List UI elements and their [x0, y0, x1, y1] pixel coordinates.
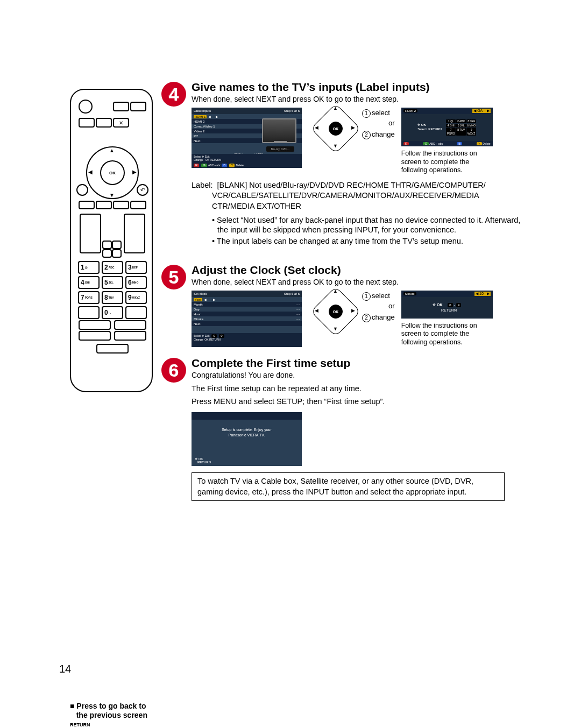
step5-title: Adjust the Clock (Set clock)	[192, 264, 527, 277]
label-input-edit-screen: HDMI 2 ◀ GA ▶ ✥ OK Select RETURN 1 @.2 A…	[401, 108, 493, 146]
remote-illustration: ✕ ▲ ▼ ◀ ▶ OK ↶	[70, 89, 153, 392]
step-number-5: 5	[161, 265, 186, 289]
step6-congrats: Congratulations! You are done.	[192, 371, 527, 379]
step-number-6: 6	[161, 358, 186, 383]
step6-p2: Press MENU and select SETUP; then “First…	[192, 397, 527, 407]
step-5: 5 Adjust the Clock (Set clock) When done…	[161, 264, 527, 347]
step-4: 4 Give names to the TV’s inputs (Label i…	[161, 81, 527, 254]
step4-follow-note: Follow the instructions on screen to com…	[401, 150, 495, 175]
step5-follow-note: Follow the instructions on screen to com…	[401, 322, 495, 347]
return-note: ■ Press to go back to the previous scree…	[70, 702, 161, 728]
remote-keypad: 1@.2ABC3DEF4GHI5JKL6MNO7PQRS8TUV9WXYZ0- …	[78, 261, 147, 319]
dpad-illustration: OK ▲ ▼ ◀ ▶	[308, 108, 362, 148]
step4-bullets: Select “Not used” for any back-panel inp…	[212, 215, 527, 247]
page-number: 14	[59, 663, 71, 675]
setup-complete-screen: Setup is complete. Enjoy your Panasonic …	[192, 412, 302, 466]
step6-p1: The First time setup can be repeated at …	[192, 384, 527, 394]
step5-subtitle: When done, select NEXT and press OK to g…	[192, 278, 527, 286]
final-instruction-box: To watch TV via a Cable box, Satellite r…	[192, 472, 505, 501]
step4-subtitle: When done, select NEXT and press OK to g…	[192, 95, 527, 103]
set-clock-screen: Set clock Step 6 of 6 Year◀ - - ▶ Month-…	[192, 291, 302, 347]
step-6: 6 Complete the First time setup Congratu…	[161, 357, 527, 501]
step-number-4: 4	[161, 82, 186, 107]
minute-edit-screen: Minute ◀ 10 ▶ ✥ OK 0 - 9 RETURN	[401, 291, 493, 319]
label-inputs-screen: Label inputs Step 5 of 6 HDMI 1◀ ▶ HDMI …	[192, 108, 302, 168]
step6-title: Complete the First time setup	[192, 357, 527, 370]
step4-title: Give names to the TV’s inputs (Label inp…	[192, 81, 527, 94]
dpad-illustration-2: OK ▲ ▼ ◀ ▶	[308, 291, 362, 331]
remote-ok-button: OK	[100, 160, 125, 185]
label-options: Label: [BLANK] Not used/Blu-ray/DVD/DVD …	[192, 180, 527, 212]
dpad-labels: 1select or 2change	[362, 108, 395, 140]
